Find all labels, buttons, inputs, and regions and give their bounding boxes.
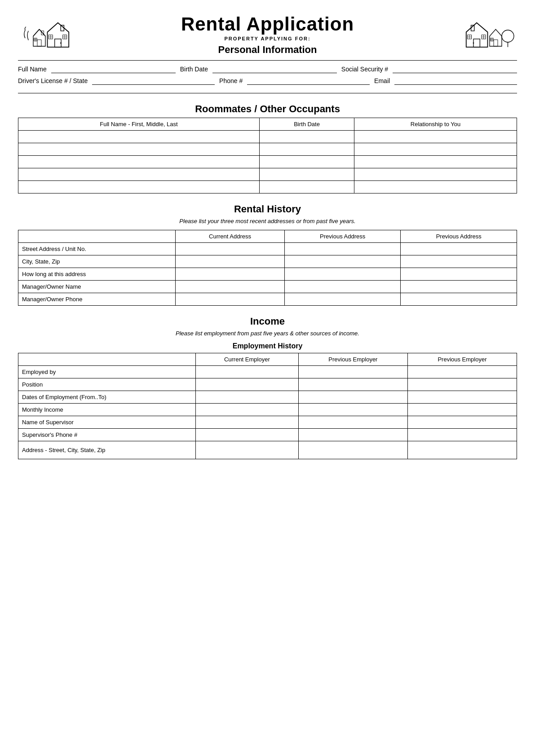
roommates-col-name: Full Name - First, Middle, Last (18, 118, 260, 131)
rental-history-header: Rental History (18, 203, 517, 215)
occupant-rel-4[interactable] (354, 168, 517, 181)
email-label: Email (374, 77, 390, 84)
employment-col-prev1: Previous Employer (298, 353, 407, 366)
table-row (18, 168, 517, 181)
employment-position-current[interactable] (195, 378, 298, 391)
svg-point-11 (60, 42, 62, 44)
rental-row-phone-label: Manager/Owner Phone (18, 293, 176, 306)
employment-employer-prev1[interactable] (298, 366, 407, 378)
employment-income-current[interactable] (195, 404, 298, 416)
occupant-birth-1[interactable] (260, 131, 354, 143)
employment-corner-cell (18, 353, 196, 366)
employment-supervisor-prev1[interactable] (298, 416, 407, 429)
full-name-field[interactable] (51, 65, 176, 73)
rental-row-street-label: Street Address / Unit No. (18, 243, 176, 255)
employment-position-prev1[interactable] (298, 378, 407, 391)
employment-col-current: Current Employer (195, 353, 298, 366)
rental-phone-prev2[interactable] (401, 293, 517, 306)
roommates-table: Full Name - First, Middle, Last Birth Da… (18, 118, 517, 193)
rental-howlong-prev2[interactable] (401, 268, 517, 281)
rental-row-howlong-label: How long at this address (18, 268, 176, 281)
svg-line-1 (33, 29, 40, 36)
occupant-birth-3[interactable] (260, 156, 354, 168)
employment-dates-prev1[interactable] (298, 391, 407, 404)
rental-city-prev2[interactable] (401, 255, 517, 268)
rental-city-current[interactable] (176, 255, 285, 268)
rental-street-prev1[interactable] (284, 243, 401, 255)
occupant-name-1[interactable] (18, 131, 260, 143)
personal-info-title: Personal Information (81, 44, 454, 56)
employment-supervisor-prev2[interactable] (407, 416, 517, 429)
employment-address-prev2[interactable] (407, 441, 517, 459)
table-row: Employed by (18, 366, 517, 378)
employment-supphone-current[interactable] (195, 429, 298, 441)
rental-howlong-current[interactable] (176, 268, 285, 281)
table-row: Street Address / Unit No. (18, 243, 517, 255)
employment-address-current[interactable] (195, 441, 298, 459)
employment-row-position-label: Position (18, 378, 196, 391)
email-field[interactable] (394, 77, 517, 85)
occupant-birth-2[interactable] (260, 143, 354, 156)
birth-date-field[interactable] (212, 65, 337, 73)
occupant-rel-2[interactable] (354, 143, 517, 156)
rental-history-subtext: Please list your three most recent addre… (18, 218, 517, 224)
rental-manager-current[interactable] (176, 281, 285, 293)
personal-info-row-1: Full Name Birth Date Social Security # (18, 65, 517, 73)
rental-city-prev1[interactable] (284, 255, 401, 268)
employment-row-supphone-label: Supervisor's Phone # (18, 429, 196, 441)
table-row (18, 156, 517, 168)
employment-row-income-label: Monthly Income (18, 404, 196, 416)
occupant-rel-3[interactable] (354, 156, 517, 168)
occupant-rel-1[interactable] (354, 131, 517, 143)
income-subtext: Please list employment from past five ye… (18, 330, 517, 337)
ssn-field[interactable] (393, 65, 517, 73)
page-title: Rental Application (81, 13, 454, 35)
employment-supervisor-current[interactable] (195, 416, 298, 429)
ssn-label: Social Security # (341, 66, 388, 73)
page-header: Rental Application PROPERTY APPLYING FOR… (18, 13, 517, 56)
table-row: City, State, Zip (18, 255, 517, 268)
rental-street-current[interactable] (176, 243, 285, 255)
rental-corner-cell (18, 230, 176, 243)
employment-address-prev1[interactable] (298, 441, 407, 459)
employment-income-prev2[interactable] (407, 404, 517, 416)
employment-dates-prev2[interactable] (407, 391, 517, 404)
table-row: Supervisor's Phone # (18, 429, 517, 441)
rental-manager-prev1[interactable] (284, 281, 401, 293)
employment-row-dates-label: Dates of Employment (From..To) (18, 391, 196, 404)
svg-rect-29 (494, 40, 498, 46)
occupant-name-4[interactable] (18, 168, 260, 181)
rental-street-prev2[interactable] (401, 243, 517, 255)
occupant-birth-4[interactable] (260, 168, 354, 181)
rental-history-table: Current Address Previous Address Previou… (18, 230, 517, 306)
occupant-name-3[interactable] (18, 156, 260, 168)
occupant-name-5[interactable] (18, 181, 260, 193)
occupant-name-2[interactable] (18, 143, 260, 156)
rental-col-prev1: Previous Address (284, 230, 401, 243)
dl-field[interactable] (92, 77, 215, 85)
rental-row-city-label: City, State, Zip (18, 255, 176, 268)
table-row: How long at this address (18, 268, 517, 281)
occupant-birth-5[interactable] (260, 181, 354, 193)
rental-howlong-prev1[interactable] (284, 268, 401, 281)
rental-row-manager-label: Manager/Owner Name (18, 281, 176, 293)
table-row (18, 143, 517, 156)
employment-dates-current[interactable] (195, 391, 298, 404)
employment-income-prev1[interactable] (298, 404, 407, 416)
employment-supphone-prev1[interactable] (298, 429, 407, 441)
employment-position-prev2[interactable] (407, 378, 517, 391)
table-row (18, 131, 517, 143)
employment-supphone-prev2[interactable] (407, 429, 517, 441)
rental-col-prev2: Previous Address (401, 230, 517, 243)
rental-phone-prev1[interactable] (284, 293, 401, 306)
table-row: Manager/Owner Phone (18, 293, 517, 306)
employment-employer-current[interactable] (195, 366, 298, 378)
employment-employer-prev2[interactable] (407, 366, 517, 378)
occupant-rel-5[interactable] (354, 181, 517, 193)
rental-manager-prev2[interactable] (401, 281, 517, 293)
employment-row-supervisor-label: Name of Supervisor (18, 416, 196, 429)
phone-field[interactable] (247, 77, 370, 85)
table-row: Manager/Owner Name (18, 281, 517, 293)
rental-phone-current[interactable] (176, 293, 285, 306)
birth-date-label: Birth Date (180, 66, 208, 73)
